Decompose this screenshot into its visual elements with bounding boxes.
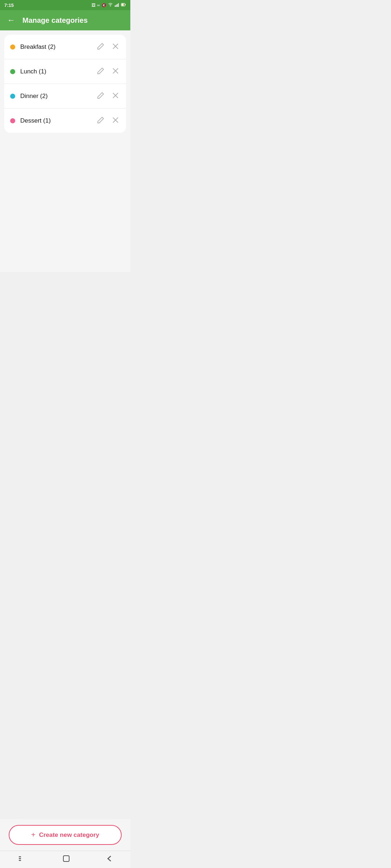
mute-icon: 🔇 <box>101 3 106 8</box>
category-item-dinner: Dinner (2) <box>4 84 126 109</box>
page-title: Manage categories <box>22 16 88 25</box>
edit-button-dessert[interactable] <box>96 115 106 126</box>
edit-button-dinner[interactable] <box>96 90 106 102</box>
signal-icon <box>114 3 119 8</box>
edit-button-breakfast[interactable] <box>96 41 106 52</box>
category-item-lunch: Lunch (1) <box>4 59 126 84</box>
categories-list: Breakfast (2) Lunch (1) <box>4 35 126 133</box>
category-item-breakfast: Breakfast (2) <box>4 35 126 59</box>
category-actions-dessert <box>96 115 120 126</box>
delete-button-breakfast[interactable] <box>111 42 120 52</box>
back-button[interactable]: ← <box>6 14 17 26</box>
category-actions-breakfast <box>96 41 120 52</box>
category-actions-lunch <box>96 66 120 77</box>
category-actions-dinner <box>96 90 120 102</box>
category-dot-breakfast <box>10 44 15 50</box>
category-name-dinner: Dinner (2) <box>20 93 96 100</box>
category-name-lunch: Lunch (1) <box>20 68 96 75</box>
main-content: Breakfast (2) Lunch (1) <box>0 30 130 272</box>
app-bar: ← Manage categories <box>0 10 130 30</box>
delete-button-dinner[interactable] <box>111 91 120 101</box>
battery-icon: ⚡ <box>121 3 126 8</box>
svg-rect-2 <box>117 4 118 7</box>
svg-rect-3 <box>118 3 119 7</box>
photo-icon: 🖼 <box>92 3 96 7</box>
category-dot-dinner <box>10 94 15 99</box>
status-time: 7:15 <box>4 3 14 8</box>
svg-text:⚡: ⚡ <box>122 4 125 6</box>
svg-rect-1 <box>116 5 117 7</box>
category-name-breakfast: Breakfast (2) <box>20 43 96 51</box>
delete-button-dessert[interactable] <box>111 115 120 126</box>
edit-button-lunch[interactable] <box>96 66 106 77</box>
svg-rect-0 <box>115 5 115 7</box>
status-bar: 7:15 🖼 ∞ 🔇 ⚡ <box>0 0 130 10</box>
category-dot-dessert <box>10 118 15 123</box>
status-icons: 🖼 ∞ 🔇 ⚡ <box>92 3 126 8</box>
category-name-dessert: Dessert (1) <box>20 117 96 124</box>
delete-button-lunch[interactable] <box>111 66 120 77</box>
wifi-icon <box>108 3 113 8</box>
category-dot-lunch <box>10 69 15 74</box>
category-item-dessert: Dessert (1) <box>4 109 126 133</box>
svg-rect-6 <box>125 4 126 5</box>
voicemail-icon: ∞ <box>97 3 100 7</box>
